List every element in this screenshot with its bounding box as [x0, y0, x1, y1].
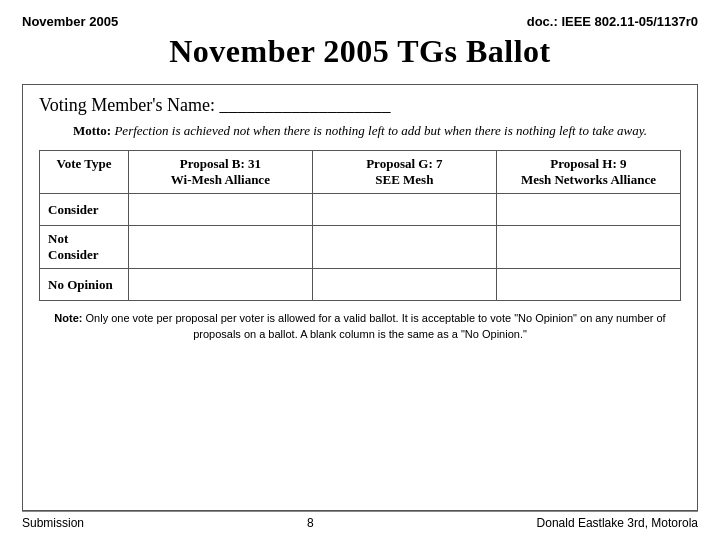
row-not-consider-b: [128, 226, 312, 269]
row-consider-h: [496, 194, 680, 226]
footer-page-number: 8: [307, 516, 314, 530]
row-not-consider-h: [496, 226, 680, 269]
page: November 2005 doc.: IEEE 802.11-05/1137r…: [0, 0, 720, 540]
col-header-proposal-g: Proposal G: 7SEE Mesh: [312, 151, 496, 194]
main-title: November 2005 TGs Ballot: [22, 33, 698, 70]
footer-bar: Submission 8 Donald Eastlake 3rd, Motoro…: [22, 511, 698, 530]
header-bar: November 2005 doc.: IEEE 802.11-05/1137r…: [22, 14, 698, 29]
footer-author: Donald Eastlake 3rd, Motorola: [537, 516, 698, 530]
row-no-opinion-g: [312, 269, 496, 301]
col-header-proposal-h: Proposal H: 9Mesh Networks Alliance: [496, 151, 680, 194]
table-row: Consider: [40, 194, 681, 226]
row-no-opinion-label: No Opinion: [40, 269, 129, 301]
note: Note: Only one vote per proposal per vot…: [39, 311, 681, 342]
note-label: Note:: [54, 312, 82, 324]
ballot-box: Voting Member's Name: __________________…: [22, 84, 698, 511]
header-doc: doc.: IEEE 802.11-05/1137r0: [527, 14, 698, 29]
col-header-vote-type: Vote Type: [40, 151, 129, 194]
motto: Motto: Perfection is achieved not when t…: [39, 122, 681, 140]
motto-prefix: Motto:: [73, 123, 111, 138]
footer-submission: Submission: [22, 516, 84, 530]
voting-name-line: Voting Member's Name: __________________…: [39, 95, 681, 116]
col-header-proposal-b: Proposal B: 31Wi-Mesh Alliance: [128, 151, 312, 194]
table-row: No Opinion: [40, 269, 681, 301]
row-not-consider-g: [312, 226, 496, 269]
row-consider-b: [128, 194, 312, 226]
vote-table: Vote Type Proposal B: 31Wi-Mesh Alliance…: [39, 150, 681, 301]
motto-body: Perfection is achieved not when there is…: [111, 123, 647, 138]
note-body: Only one vote per proposal per voter is …: [82, 312, 665, 339]
table-row: NotConsider: [40, 226, 681, 269]
header-date: November 2005: [22, 14, 118, 29]
row-not-consider-label: NotConsider: [40, 226, 129, 269]
row-no-opinion-b: [128, 269, 312, 301]
row-no-opinion-h: [496, 269, 680, 301]
row-consider-g: [312, 194, 496, 226]
row-consider-label: Consider: [40, 194, 129, 226]
